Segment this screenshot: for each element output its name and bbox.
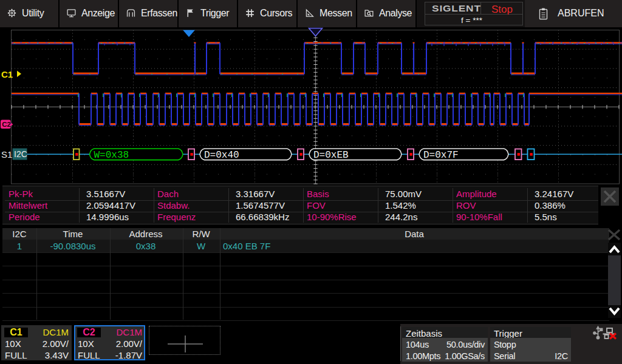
svg-text:S1: S1 [1,149,12,160]
svg-text:C2: C2 [2,121,11,128]
svg-text:D=0x40: D=0x40 [204,150,239,161]
svg-text:D=0x7F: D=0x7F [423,150,459,161]
svg-text:C1: C1 [1,69,13,79]
svg-text:W=0x38: W=0x38 [94,150,129,161]
svg-text:D=0xEB: D=0xEB [313,150,349,161]
svg-text:I2C: I2C [14,149,27,159]
